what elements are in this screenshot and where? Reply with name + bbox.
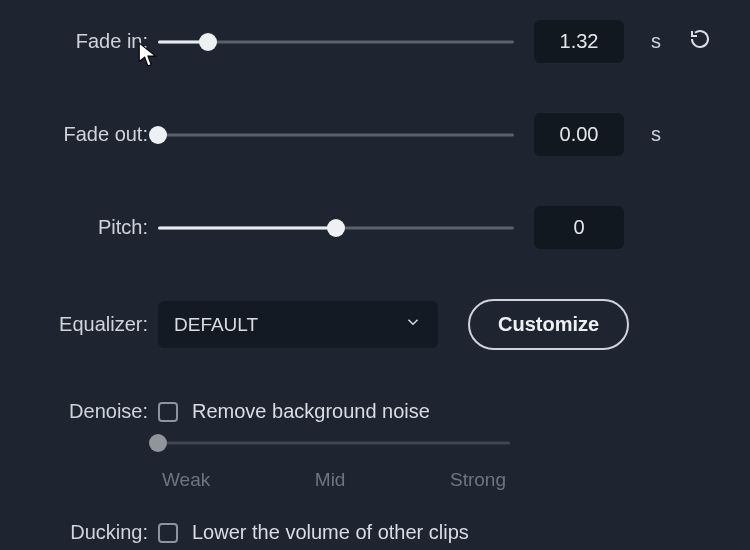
fade-in-unit: s — [636, 30, 676, 53]
ducking-checkbox-label: Lower the volume of other clips — [192, 521, 469, 544]
chevron-down-icon — [404, 313, 422, 336]
fade-out-thumb[interactable] — [149, 126, 167, 144]
tick-weak: Weak — [162, 469, 210, 491]
audio-panel: Fade in: 1.32 s Fade out: 0. — [0, 0, 750, 544]
ducking-label: Ducking: — [0, 521, 158, 544]
ducking-row: Ducking: Lower the volume of other clips — [0, 521, 720, 544]
fade-in-row: Fade in: 1.32 s — [0, 20, 720, 63]
pitch-value[interactable]: 0 — [534, 206, 624, 249]
denoise-slider[interactable] — [158, 433, 510, 453]
equalizer-label: Equalizer: — [0, 313, 158, 336]
tick-mid: Mid — [315, 469, 346, 491]
denoise-row: Denoise: Remove background noise — [0, 400, 720, 423]
pitch-row: Pitch: 0 — [0, 206, 720, 249]
reset-icon[interactable] — [688, 27, 712, 56]
equalizer-row: Equalizer: DEFAULT Customize — [0, 299, 720, 350]
denoise-checkbox-label: Remove background noise — [192, 400, 430, 423]
ducking-checkbox[interactable] — [158, 523, 178, 543]
fade-out-slider[interactable] — [158, 125, 514, 145]
equalizer-selected: DEFAULT — [174, 314, 258, 336]
fade-out-value[interactable]: 0.00 — [534, 113, 624, 156]
fade-in-thumb[interactable] — [199, 33, 217, 51]
equalizer-dropdown[interactable]: DEFAULT — [158, 301, 438, 348]
denoise-label: Denoise: — [0, 400, 158, 423]
fade-in-slider-col: 1.32 s — [158, 20, 720, 63]
fade-out-unit: s — [636, 123, 676, 146]
pitch-label: Pitch: — [0, 216, 158, 239]
fade-out-row: Fade out: 0.00 s — [0, 113, 720, 156]
pitch-slider[interactable] — [158, 218, 514, 238]
pitch-slider-col: 0 — [158, 206, 720, 249]
pitch-thumb[interactable] — [327, 219, 345, 237]
fade-out-label: Fade out: — [0, 123, 158, 146]
denoise-checkbox[interactable] — [158, 402, 178, 422]
fade-in-slider[interactable] — [158, 32, 514, 52]
fade-in-value[interactable]: 1.32 — [534, 20, 624, 63]
fade-in-label: Fade in: — [0, 30, 158, 53]
tick-strong: Strong — [450, 469, 506, 491]
fade-out-slider-col: 0.00 s — [158, 113, 720, 156]
denoise-ticks: Weak Mid Strong — [158, 469, 510, 491]
customize-button[interactable]: Customize — [468, 299, 629, 350]
denoise-thumb[interactable] — [149, 434, 167, 452]
denoise-strength: Weak Mid Strong — [158, 433, 510, 491]
